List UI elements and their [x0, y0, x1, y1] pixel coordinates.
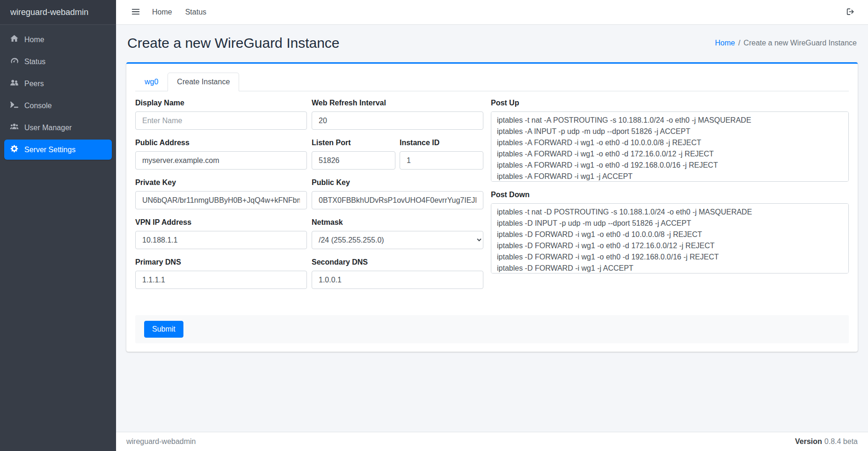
tab-bar: wg0 Create Instance [135, 73, 849, 91]
hamburger-menu-button[interactable] [127, 4, 144, 21]
logout-button[interactable] [842, 4, 859, 21]
sidebar-item-label: Server Settings [24, 146, 75, 154]
public-address-input[interactable] [135, 151, 307, 170]
public-address-label: Public Address [135, 139, 307, 147]
display-name-group: Display Name [135, 99, 307, 130]
navbar-link-home[interactable]: Home [147, 4, 177, 20]
sidebar-item-status[interactable]: Status [4, 52, 112, 72]
tab-wg0[interactable]: wg0 [135, 73, 168, 91]
post-down-textarea[interactable]: iptables -t nat -D POSTROUTING -s 10.188… [491, 203, 849, 274]
post-down-label: Post Down [491, 191, 849, 199]
public-key-input[interactable] [312, 191, 483, 209]
version-info: Version0.8.4 beta [795, 437, 858, 446]
submit-button[interactable]: Submit [144, 321, 183, 338]
public-key-group: Public Key [312, 178, 483, 209]
post-up-label: Post Up [491, 99, 849, 107]
listen-port-group: Listen Port [312, 139, 395, 170]
private-key-group: Private Key [135, 178, 307, 209]
listen-port-input[interactable] [312, 151, 395, 170]
secondary-dns-label: Secondary DNS [312, 258, 483, 266]
terminal-icon [10, 100, 19, 111]
primary-dns-group: Primary DNS [135, 258, 307, 289]
sidebar: wireguard-webadmin Home Status Peers Con… [0, 0, 116, 451]
web-refresh-label: Web Refresh Interval [312, 99, 483, 107]
app-root: wireguard-webadmin Home Status Peers Con… [0, 0, 868, 451]
tab-create-instance[interactable]: Create Instance [168, 73, 239, 91]
vpn-ip-input[interactable] [135, 231, 307, 249]
instance-id-input[interactable] [400, 151, 483, 170]
gears-icon [10, 144, 19, 155]
breadcrumb: Home/Create a new WireGuard Instance [715, 39, 857, 47]
home-icon [10, 34, 19, 45]
navbar-link-status[interactable]: Status [180, 4, 212, 20]
gauge-icon [10, 56, 19, 67]
top-navbar: Home Status [116, 0, 868, 25]
sidebar-item-label: Status [24, 58, 45, 66]
version-label: Version [795, 437, 822, 445]
sidebar-item-console[interactable]: Console [4, 96, 112, 116]
breadcrumb-current: Create a new WireGuard Instance [744, 39, 857, 47]
post-up-group: Post Up iptables -t nat -A POSTROUTING -… [491, 99, 849, 182]
breadcrumb-home-link[interactable]: Home [715, 39, 735, 47]
sidebar-item-label: Peers [24, 80, 44, 88]
sidebar-item-user-manager[interactable]: User Manager [4, 118, 112, 138]
web-refresh-group: Web Refresh Interval [312, 99, 483, 130]
sidebar-menu: Home Status Peers Console User Manager S [0, 25, 116, 166]
display-name-label: Display Name [135, 99, 307, 107]
public-key-label: Public Key [312, 178, 483, 187]
sidebar-item-label: User Manager [24, 124, 72, 132]
breadcrumb-separator: / [738, 39, 740, 47]
vpn-ip-label: VPN IP Address [135, 218, 307, 227]
secondary-dns-input[interactable] [312, 271, 483, 289]
sidebar-item-server-settings[interactable]: Server Settings [4, 140, 112, 160]
netmask-select[interactable]: /24 (255.255.255.0) [312, 231, 483, 249]
page-title: Create a new WireGuard Instance [127, 35, 340, 51]
sidebar-item-label: Home [24, 36, 44, 44]
page-footer: wireguard-webadmin Version0.8.4 beta [116, 432, 868, 451]
right-field-column: Post Up iptables -t nat -A POSTROUTING -… [491, 99, 849, 298]
netmask-group: Netmask /24 (255.255.255.0) [312, 218, 483, 249]
secondary-dns-group: Secondary DNS [312, 258, 483, 289]
page-header: Create a new WireGuard Instance Home/Cre… [127, 35, 857, 51]
content-area: Create a new WireGuard Instance Home/Cre… [116, 25, 868, 432]
port-id-row: Listen Port Instance ID [312, 139, 483, 178]
brand-link[interactable]: wireguard-webadmin [0, 0, 116, 25]
people-icon [10, 78, 19, 89]
public-address-group: Public Address [135, 139, 307, 170]
primary-dns-input[interactable] [135, 271, 307, 289]
netmask-label: Netmask [312, 218, 483, 227]
sidebar-item-peers[interactable]: Peers [4, 74, 112, 94]
private-key-label: Private Key [135, 178, 307, 187]
post-down-group: Post Down iptables -t nat -D POSTROUTING… [491, 191, 849, 274]
left-field-grid: Display Name Web Refresh Interval Public… [135, 99, 483, 298]
footer-app-name: wireguard-webadmin [126, 437, 196, 446]
instance-form: Display Name Web Refresh Interval Public… [135, 91, 849, 298]
main-column: Home Status Create a new WireGuard Insta… [116, 0, 868, 451]
vpn-ip-group: VPN IP Address [135, 218, 307, 249]
users-icon [10, 122, 19, 133]
display-name-input[interactable] [135, 111, 307, 130]
private-key-input[interactable] [135, 191, 307, 209]
submit-strip: Submit [135, 315, 849, 343]
listen-port-label: Listen Port [312, 139, 395, 147]
instance-card: wg0 Create Instance Display Name Web Ref… [126, 62, 858, 352]
web-refresh-input[interactable] [312, 111, 483, 130]
primary-dns-label: Primary DNS [135, 258, 307, 266]
sidebar-item-home[interactable]: Home [4, 30, 112, 50]
sign-out-icon [846, 7, 855, 17]
instance-id-label: Instance ID [400, 139, 483, 147]
version-value: 0.8.4 beta [824, 437, 858, 445]
hamburger-icon [131, 7, 140, 17]
sidebar-item-label: Console [24, 102, 52, 110]
post-up-textarea[interactable]: iptables -t nat -A POSTROUTING -s 10.188… [491, 111, 849, 182]
card-body: wg0 Create Instance Display Name Web Ref… [126, 64, 858, 352]
instance-id-group: Instance ID [400, 139, 483, 170]
